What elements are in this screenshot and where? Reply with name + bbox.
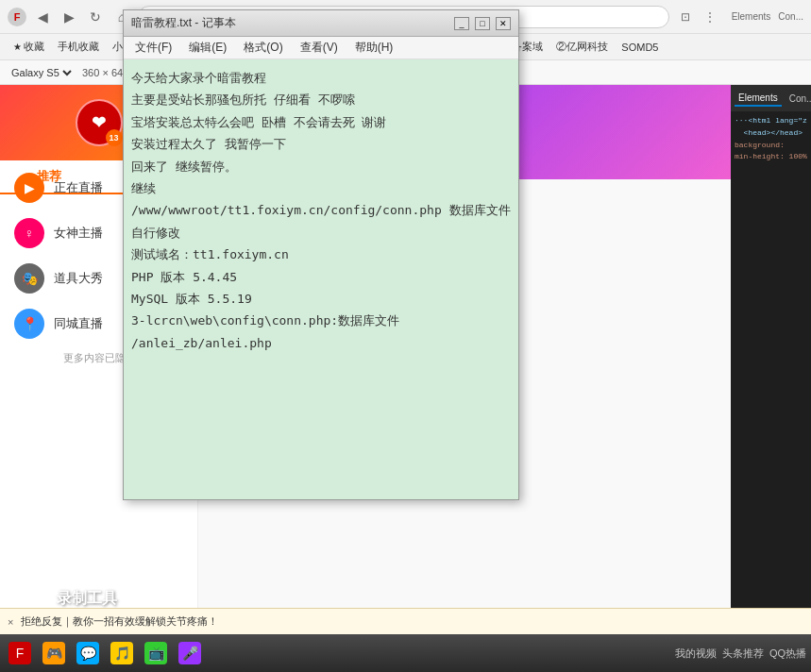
notepad-line-21: /anlei_zb/anlei.php <box>131 332 511 354</box>
logo-text: ❤ <box>92 112 106 133</box>
taskbar-right: 我的视频 头条推荐 QQ热播 <box>675 647 806 661</box>
notepad-line-5: 宝塔安装总太特么会吧 卧槽 不会请去死 谢谢 <box>131 111 511 133</box>
notepad-line-9: 回来了 继续暂停。 <box>131 156 511 177</box>
notepad-menu-help[interactable]: 帮助(H) <box>347 38 401 58</box>
taskbar-my-video[interactable]: 我的视频 <box>675 647 717 661</box>
notepad-menu-format[interactable]: 格式(O) <box>236 38 290 58</box>
console-tab-header[interactable]: Con... <box>778 11 803 22</box>
notepad-minimize-button[interactable]: _ <box>454 17 469 30</box>
dev-tab-console[interactable]: Con... <box>786 92 811 106</box>
elements-tab[interactable]: Elements <box>732 11 771 22</box>
notepad-content[interactable]: 今天给大家录个暗雷教程 主要是受站长那骚包所托 仔细看 不啰嗦 宝塔安装总太特么… <box>124 59 518 499</box>
live-icon-props: 🎭 <box>14 263 44 294</box>
notepad-line-16: 测试域名：tt1.foxiym.cn <box>131 244 511 265</box>
recorder-line1: 录制工具 <box>57 589 141 609</box>
extensions-button[interactable]: ⊡ <box>675 7 696 27</box>
notepad-menu-edit[interactable]: 编辑(E) <box>181 38 234 58</box>
taskbar-icon-inner-0: F <box>8 642 31 664</box>
taskbar-icon-inner-1: 🎮 <box>42 642 65 664</box>
browser-right-icons: ⊡ ⋮ Elements Con... <box>675 7 803 27</box>
dev-line-4: min-height: 100%; <box>735 151 807 163</box>
logo-number: 13 <box>106 129 123 146</box>
live-label-goddess: 女神主播 <box>54 225 103 242</box>
taskbar-top-picks[interactable]: 头条推荐 <box>722 647 764 661</box>
notepad-line-7: 安装过程太久了 我暂停一下 <box>131 133 511 155</box>
notepad-menu-view[interactable]: 查看(V) <box>293 38 346 58</box>
live-label-props: 道具大秀 <box>54 270 103 287</box>
notepad-window: 暗雷教程.txt - 记事本 _ □ ✕ 文件(F) 编辑(E) 格式(O) 查… <box>123 9 519 500</box>
taskbar-icon-inner-3: 🎵 <box>110 642 133 664</box>
taskbar-icon-3[interactable]: 🎵 <box>107 638 137 668</box>
live-label-nearby: 同城直播 <box>54 315 103 332</box>
notification-text: 拒绝反复｜教你一招有效缓解锁关节疼痛！ <box>21 614 218 629</box>
live-label-broadcasting: 正在直播 <box>54 179 103 196</box>
notepad-line-14: /www/wwwroot/tt1.foxiym.cn/config/conn.p… <box>131 199 511 244</box>
notepad-line-11: 继续 <box>131 177 511 199</box>
dev-tab-elements[interactable]: Elements <box>735 91 782 107</box>
dimensions-display: 360 × 640 <box>82 67 128 78</box>
dev-content: ···<html lang="zh-CN" data <head></head>… <box>731 111 811 167</box>
bookmark-somd5[interactable]: SOMD5 <box>616 40 664 55</box>
dev-line-2: <head></head> <box>735 127 807 140</box>
back-button[interactable]: ◀ <box>32 7 53 27</box>
notification-close[interactable]: × <box>8 616 13 628</box>
taskbar-icon-0[interactable]: F <box>5 638 35 668</box>
notepad-menu-file[interactable]: 文件(F) <box>127 38 179 58</box>
forward-button[interactable]: ▶ <box>59 7 79 27</box>
notepad-titlebar: 暗雷教程.txt - 记事本 _ □ ✕ <box>124 10 518 37</box>
dev-panel-tabs: Elements Con... <box>731 85 811 111</box>
taskbar: F 🎮 💬 🎵 📺 🎤 我的视频 头条推荐 QQ热播 <box>0 634 811 672</box>
notification-bar: × 拒绝反复｜教你一招有效缓解锁关节疼痛！ <box>0 608 811 634</box>
taskbar-icon-4[interactable]: 📺 <box>141 638 171 668</box>
dev-panel: Elements Con... ···<html lang="zh-CN" da… <box>731 85 811 672</box>
bookmark-favorites[interactable]: ★ 收藏 <box>8 38 50 56</box>
notepad-line-20: 3-lcrcn\web\config\conn.php:数据库文件 <box>131 310 511 331</box>
taskbar-icon-inner-4: 📺 <box>144 642 167 664</box>
dev-line-3: background: <box>735 140 807 152</box>
browser-logo: F <box>8 8 26 26</box>
device-selector[interactable]: Galaxy S5 <box>8 66 75 79</box>
site-logo: ❤ 13 <box>76 99 123 146</box>
notepad-menubar: 文件(F) 编辑(E) 格式(O) 查看(V) 帮助(H) <box>124 37 518 59</box>
taskbar-icon-1[interactable]: 🎮 <box>39 638 69 668</box>
notepad-maximize-button[interactable]: □ <box>475 17 490 30</box>
bookmark-mobile[interactable]: 手机收藏 <box>52 38 105 56</box>
notepad-line-1: 今天给大家录个暗雷教程 <box>131 67 511 89</box>
taskbar-qq-hot[interactable]: QQ热播 <box>769 647 806 661</box>
live-icon-goddess: ♀ <box>14 218 44 248</box>
notepad-line-19: MySQL 版本 5.5.19 <box>131 288 511 310</box>
dev-line-1: ···<html lang="zh-CN" data <box>735 115 807 127</box>
live-icon-broadcasting: ▶ <box>14 173 44 203</box>
more-button[interactable]: ⋮ <box>700 7 720 27</box>
bookmark-yiwang[interactable]: ②亿网科技 <box>550 38 614 56</box>
notepad-title: 暗雷教程.txt - 记事本 <box>131 15 448 31</box>
star-icon: ★ <box>13 42 22 52</box>
taskbar-icon-inner-2: 💬 <box>76 642 99 664</box>
notepad-line-18: PHP 版本 5.4.45 <box>131 266 511 288</box>
taskbar-icon-5[interactable]: 🎤 <box>175 638 205 668</box>
live-icon-nearby: 📍 <box>14 309 44 339</box>
taskbar-icon-2[interactable]: 💬 <box>73 638 103 668</box>
refresh-button[interactable]: ↻ <box>85 7 106 27</box>
notepad-close-button[interactable]: ✕ <box>496 17 511 30</box>
notepad-line-3: 主要是受站长那骚包所托 仔细看 不啰嗦 <box>131 89 511 110</box>
taskbar-icon-inner-5: 🎤 <box>178 642 201 664</box>
